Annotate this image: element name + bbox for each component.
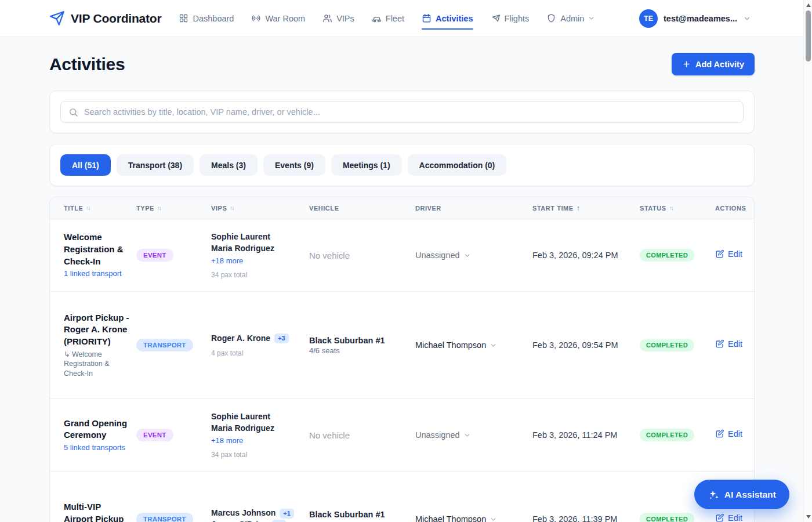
- scrollbar[interactable]: [803, 0, 812, 522]
- edit-button[interactable]: Edit: [715, 429, 742, 438]
- cell-driver: Michael Thompson: [415, 330, 532, 360]
- cell-driver: Unassigned: [415, 240, 532, 270]
- table-row: Multi-VIP Airport Pickup (5 passengers)T…: [50, 472, 754, 522]
- type-badge: TRANSPORT: [136, 339, 193, 351]
- top-nav: VIP Coordinator DashboardWar RoomVIPsFle…: [0, 0, 812, 37]
- cell-start-time: Feb 3, 2026, 09:24 PM: [532, 240, 640, 271]
- filter-tab-meals-3[interactable]: Meals (3): [200, 154, 258, 176]
- scroll-up-arrow-icon[interactable]: [804, 1, 812, 9]
- add-activity-button[interactable]: Add Activity: [672, 53, 755, 75]
- grid-icon: [179, 13, 188, 23]
- chevron-down-icon: [490, 516, 497, 522]
- column-header-label: DRIVER: [415, 205, 441, 212]
- nav-item-fleet[interactable]: Fleet: [372, 0, 404, 37]
- search-input[interactable]: [84, 107, 735, 117]
- edit-icon: [715, 249, 724, 259]
- filter-tab-transport-38[interactable]: Transport (38): [117, 154, 194, 176]
- table-row: Airport Pickup - Roger A. Krone (PRIORIT…: [50, 292, 754, 399]
- table-row: Welcome Registration & Check-In1 linked …: [50, 219, 754, 292]
- column-header-label: STATUS: [640, 205, 666, 212]
- nav-item-vips[interactable]: VIPs: [322, 0, 354, 37]
- vip-extra-count-badge: +2: [272, 520, 287, 522]
- vip-line: Sophie Laurent: [211, 411, 302, 423]
- sort-both-icon: ↑↓: [230, 205, 234, 211]
- linked-transport-link[interactable]: 1 linked transport: [64, 269, 129, 279]
- nav-item-activities[interactable]: Activities: [422, 0, 473, 37]
- page-header: Activities Add Activity: [49, 53, 755, 75]
- scroll-down-arrow-icon[interactable]: [804, 513, 812, 521]
- cell-type: EVENT: [136, 238, 211, 272]
- cell-vips: Sophie LaurentMaria Rodriguez+18 more34 …: [211, 401, 309, 469]
- chevron-down-icon: [588, 14, 595, 22]
- search-icon: [68, 107, 78, 117]
- nav-item-label: Fleet: [386, 14, 404, 23]
- vip-name: Maria Rodriguez: [211, 423, 274, 434]
- edit-button[interactable]: Edit: [715, 249, 742, 259]
- cell-vehicle: No vehicle: [309, 420, 415, 451]
- filter-tab-all-51[interactable]: All (51): [60, 154, 111, 176]
- vip-name: Roger A. Krone: [211, 333, 270, 345]
- column-header-type[interactable]: TYPE↑↓: [136, 205, 211, 212]
- driver-name: Unassigned: [415, 430, 460, 440]
- search-box: [60, 101, 744, 123]
- driver-dropdown[interactable]: Michael Thompson: [415, 340, 497, 350]
- sort-both-icon: ↑↓: [86, 205, 90, 211]
- cell-status: COMPLETED: [640, 238, 715, 272]
- nav-item-dashboard[interactable]: Dashboard: [179, 0, 234, 37]
- column-header-label: ACTIONS: [715, 205, 746, 212]
- driver-name: Michael Thompson: [415, 514, 486, 522]
- start-time: Feb 3, 2026, 09:54 PM: [532, 340, 618, 350]
- edit-button[interactable]: Edit: [715, 513, 742, 522]
- nav-item-label: Admin: [560, 14, 584, 23]
- status-badge: COMPLETED: [640, 429, 694, 441]
- edit-button[interactable]: Edit: [715, 339, 742, 349]
- parent-activity-label: ↳ Welcome Registration & Check-In: [64, 350, 129, 379]
- driver-name: Unassigned: [415, 251, 460, 260]
- column-header-label: TYPE: [136, 205, 154, 212]
- column-header-vips[interactable]: VIPS↑↓: [211, 205, 309, 212]
- pax-total: 34 pax total: [211, 451, 302, 459]
- driver-name: Michael Thompson: [415, 340, 486, 350]
- column-header-status[interactable]: STATUS↑↓: [640, 205, 715, 212]
- column-header-vehicle: VEHICLE: [309, 205, 415, 212]
- nav-menu: DashboardWar RoomVIPsFleetActivitiesFlig…: [179, 0, 595, 37]
- vip-line: Sophie Laurent: [211, 231, 302, 243]
- nav-item-label: VIPs: [336, 14, 354, 23]
- vips-more-link[interactable]: +18 more: [211, 256, 243, 265]
- edit-icon: [715, 429, 724, 438]
- linked-transport-link[interactable]: 5 linked transports: [64, 443, 129, 453]
- chevron-down-icon: [490, 342, 497, 349]
- calendar-icon: [422, 13, 432, 23]
- type-badge: EVENT: [136, 429, 173, 441]
- vip-name: Marcus Johnson: [211, 507, 276, 519]
- cell-actions: Edit: [715, 329, 740, 361]
- driver-dropdown[interactable]: Unassigned: [415, 251, 471, 260]
- column-header-title[interactable]: TITLE↑↓: [64, 205, 136, 212]
- status-badge: COMPLETED: [640, 339, 694, 351]
- driver-dropdown[interactable]: Unassigned: [415, 430, 471, 440]
- user-menu[interactable]: TE test@madeames...: [639, 9, 751, 28]
- column-header-start-time[interactable]: START TIME↑: [532, 204, 640, 212]
- search-card: [49, 90, 755, 133]
- cell-type: TRANSPORT: [136, 328, 211, 362]
- nav-item-flights[interactable]: Flights: [491, 0, 530, 37]
- nav-item-war-room[interactable]: War Room: [251, 0, 305, 37]
- driver-dropdown[interactable]: Michael Thompson: [415, 514, 497, 522]
- cell-status: COMPLETED: [640, 418, 715, 452]
- edit-label: Edit: [728, 513, 742, 522]
- ai-assistant-label: AI Assistant: [724, 490, 776, 500]
- cell-start-time: Feb 3, 2026, 09:54 PM: [532, 329, 640, 361]
- table-row: Grand Opening Ceremony5 linked transport…: [50, 399, 754, 472]
- filter-tabs: All (51)Transport (38)Meals (3)Events (9…: [49, 144, 755, 186]
- cell-type: EVENT: [136, 418, 211, 452]
- scrollbar-thumb[interactable]: [806, 10, 811, 61]
- filter-tab-accommodation-0[interactable]: Accommodation (0): [408, 154, 507, 176]
- filter-tab-meetings-1[interactable]: Meetings (1): [331, 154, 402, 176]
- ai-assistant-button[interactable]: AI Assistant: [694, 480, 789, 509]
- vip-line: Maria Rodriguez: [211, 423, 302, 434]
- vips-more-link[interactable]: +18 more: [211, 436, 243, 445]
- filter-tab-events-9[interactable]: Events (9): [263, 154, 325, 176]
- cell-type: TRANSPORT: [136, 502, 211, 522]
- user-email: test@madeames...: [664, 14, 737, 23]
- nav-item-admin[interactable]: Admin: [546, 0, 595, 37]
